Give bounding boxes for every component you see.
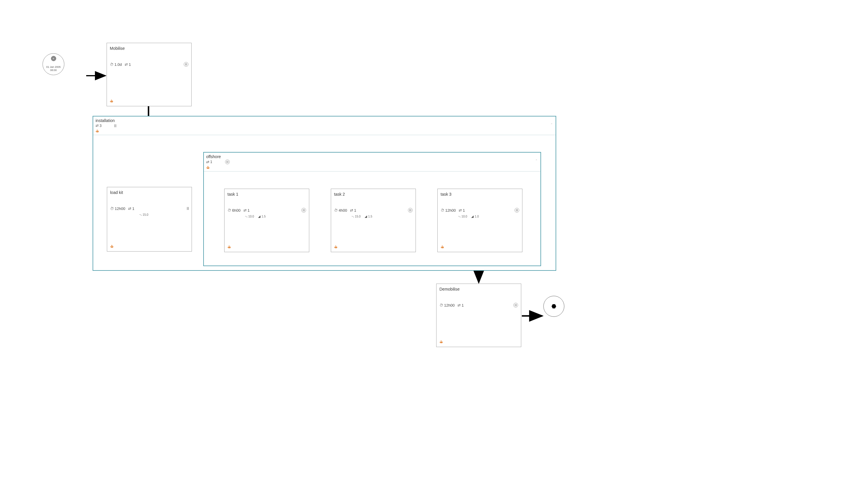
task-demobilise[interactable]: Demobilise 12h00 1 ⛴ [436, 284, 521, 347]
cycle-icon [96, 123, 99, 128]
start-node[interactable]: ≡ 01 Jan 2005 08:00 [43, 53, 64, 75]
clock-icon [441, 208, 444, 213]
collapse-icon[interactable]: ⌃ [550, 123, 553, 126]
vessel-icon: ⛴ [96, 129, 99, 133]
group-header: installation 3 ⛴ ⌃ [93, 116, 556, 135]
cycle-icon [243, 208, 247, 213]
duration-field: 12h00 [441, 208, 456, 213]
task-title: task 2 [334, 192, 413, 197]
duration-field: 6h00 [228, 208, 240, 213]
cycle-icon [206, 160, 209, 164]
vessel-icon: ⛴ [110, 244, 114, 249]
cycles-field: 1 [457, 303, 464, 307]
wave-value: 1.5 [368, 215, 372, 218]
diagram-canvas: ≡ 01 Jan 2005 08:00 Mobilise 1.0d 1 ⛴ in… [0, 0, 857, 504]
wave-value: 1.0 [475, 215, 479, 218]
wind-value: 10.0 [461, 215, 467, 218]
task-mobilise[interactable]: Mobilise 1.0d 1 ⛴ [106, 43, 191, 106]
clock-icon [110, 62, 114, 67]
vessel-icon: ⛴ [439, 340, 443, 344]
task-title: task 1 [228, 192, 306, 197]
cycles-field: 1 [128, 206, 134, 211]
cycles-field: 1 [206, 160, 212, 164]
group-offshore[interactable]: offshore 1 ⛴ ⌃ task 1 6h00 1 [203, 152, 541, 266]
vessel-icon: ⛴ [206, 165, 210, 170]
task-title: Demobilise [439, 287, 518, 291]
cycles-field: 1 [243, 208, 250, 213]
wind-icon [458, 215, 460, 218]
task-2[interactable]: task 2 4h00 1 15.0 ◢ 1.5 ⛴ [331, 189, 416, 252]
vessel-icon: ⛴ [334, 245, 338, 249]
collapse-icon[interactable]: ⌃ [535, 159, 538, 162]
clock-icon [439, 303, 443, 307]
vessel-icon: ⛴ [110, 99, 114, 103]
task-3[interactable]: task 3 12h00 1 10.0 ◢ 1.0 ⛴ [437, 189, 522, 252]
task-title: load kit [110, 190, 189, 195]
task-title: task 3 [441, 192, 519, 197]
cycles-field: 1 [459, 208, 465, 213]
task-1[interactable]: task 1 6h00 1 10.0 ◢ 1.5 ⛴ [224, 189, 309, 252]
cycle-icon [128, 206, 131, 211]
wave-icon: ◢ [471, 215, 473, 218]
pause-icon [225, 159, 230, 164]
group-title: installation [96, 118, 553, 123]
group-installation[interactable]: installation 3 ⛴ ⌃ load kit 12h00 1 15.0 [93, 116, 556, 271]
end-node[interactable] [543, 296, 564, 317]
cycle-icon [457, 303, 461, 307]
vessel-icon: ⛴ [228, 245, 231, 249]
wave-icon: ◢ [365, 215, 367, 218]
cycles-field: 1 [124, 62, 131, 67]
end-icon [552, 304, 556, 309]
cycle-icon [124, 62, 128, 67]
task-load-kit[interactable]: load kit 12h00 1 15.0 ⛴ [107, 187, 192, 252]
wind-value: 15.0 [355, 215, 360, 218]
cycle-icon [459, 208, 462, 213]
clock-icon [334, 208, 338, 213]
group-header: offshore 1 ⛴ ⌃ [204, 153, 540, 171]
group-title: offshore [206, 154, 538, 159]
clock-icon [110, 206, 114, 211]
start-date: 01 Jan 2005 [46, 66, 61, 68]
duration-field: 12h00 [110, 206, 125, 211]
start-time: 08:00 [50, 69, 57, 72]
cycles-field: 1 [350, 208, 356, 213]
cycle-icon [350, 208, 353, 213]
wave-value: 1.5 [262, 215, 266, 218]
vessel-icon: ⛴ [441, 245, 444, 249]
wind-value: 10.0 [248, 215, 254, 218]
pause-icon [187, 207, 189, 210]
pause-icon [301, 208, 306, 213]
wind-icon [139, 213, 141, 216]
task-title: Mobilise [110, 46, 188, 51]
clock-icon [228, 208, 231, 213]
pause-icon [515, 208, 519, 213]
duration-field: 1.0d [110, 62, 122, 67]
duration-field: 4h00 [334, 208, 347, 213]
wave-icon: ◢ [258, 215, 261, 218]
duration-field: 12h00 [439, 303, 455, 307]
pause-icon [408, 208, 413, 213]
wind-icon [352, 215, 354, 218]
wind-value: 15.0 [143, 213, 148, 216]
cycles-field: 3 [96, 123, 102, 128]
pause-icon [115, 124, 116, 127]
pause-icon [514, 303, 518, 307]
wind-icon [245, 215, 247, 218]
pause-icon [184, 62, 188, 67]
start-icon: ≡ [51, 56, 56, 61]
